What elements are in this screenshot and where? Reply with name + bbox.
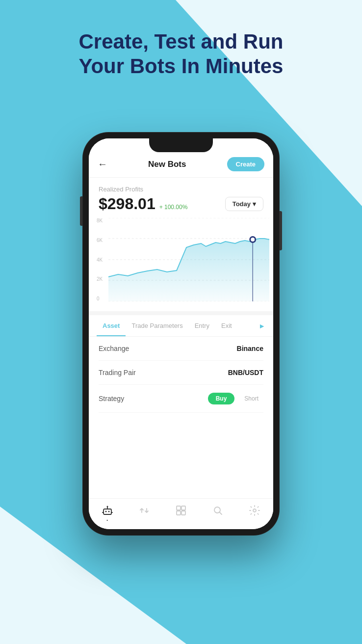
portfolio-icon	[175, 505, 187, 519]
chart-label-8k: 8K	[97, 218, 103, 223]
phone-body: ← New Bots Create Realized Profits $298.…	[83, 133, 279, 535]
chart-container: 8K 6K 4K 2K 0	[89, 213, 273, 311]
exchange-value: Binance	[237, 345, 263, 352]
profits-percent: + 100.00%	[159, 204, 188, 211]
tab-trade-parameters[interactable]: Trade Parameters	[126, 315, 188, 336]
chart-y-labels: 8K 6K 4K 2K 0	[97, 218, 103, 301]
bottom-nav	[89, 498, 273, 529]
form-section: Exchange Binance Trading Pair BNB/USDT S…	[89, 337, 273, 498]
profits-section: Realized Profits $298.01 + 100.00% Today…	[89, 178, 273, 213]
section-divider	[89, 311, 273, 315]
form-row-trading-pair: Trading Pair BNB/USDT	[99, 361, 263, 385]
svg-rect-18	[181, 511, 185, 515]
tab-entry[interactable]: Entry	[189, 315, 215, 336]
strategy-toggle: Buy Short	[208, 393, 263, 404]
svg-rect-8	[103, 509, 111, 514]
trading-pair-value: BNB/USDT	[228, 369, 263, 376]
profits-label: Realized Profits	[99, 186, 263, 193]
buy-toggle-button[interactable]: Buy	[208, 393, 235, 404]
create-button[interactable]: Create	[227, 157, 264, 171]
nav-item-search[interactable]	[212, 505, 224, 519]
chart-area	[108, 218, 269, 301]
phone-screen: ← New Bots Create Realized Profits $298.…	[89, 138, 273, 529]
hero-line1: Create, Test and Run	[79, 30, 284, 53]
tab-asset[interactable]: Asset	[97, 315, 126, 336]
settings-icon	[249, 505, 260, 519]
chart-label-6k: 6K	[97, 238, 103, 243]
svg-rect-15	[177, 506, 181, 510]
chart-label-0: 0	[97, 296, 103, 301]
nav-item-trade[interactable]	[138, 505, 150, 519]
search-icon	[212, 505, 224, 519]
hero-line2: Your Bots In Minutes	[79, 54, 284, 78]
svg-point-12	[106, 506, 108, 508]
period-selector[interactable]: Today ▾	[225, 197, 263, 211]
phone-device: ← New Bots Create Realized Profits $298.…	[83, 133, 279, 535]
period-arrow: ▾	[253, 200, 256, 208]
tabs-row: Asset Trade Parameters Entry Exit ►	[89, 315, 273, 337]
form-row-exchange: Exchange Binance	[99, 337, 263, 361]
screen-title: New Bots	[148, 160, 186, 169]
profits-amount: $298.01	[99, 195, 155, 213]
svg-point-21	[253, 509, 256, 512]
period-label: Today	[233, 200, 251, 208]
bots-icon	[102, 505, 113, 519]
svg-rect-17	[177, 511, 181, 515]
profits-row: $298.01 + 100.00% Today ▾	[99, 195, 263, 213]
trade-icon	[138, 505, 150, 519]
trading-pair-label: Trading Pair	[99, 369, 136, 376]
svg-rect-16	[181, 506, 185, 510]
svg-point-9	[105, 511, 106, 512]
hero-header: Create, Test and Run Your Bots In Minute…	[0, 29, 362, 79]
phone-notch	[149, 138, 213, 152]
tabs-scroll-right[interactable]: ►	[259, 322, 265, 330]
exchange-label: Exchange	[99, 345, 129, 352]
tab-exit[interactable]: Exit	[215, 315, 238, 336]
profits-amount-row: $298.01 + 100.00%	[99, 195, 187, 213]
nav-item-portfolio[interactable]	[175, 505, 187, 519]
nav-item-settings[interactable]	[249, 505, 260, 519]
svg-point-7	[251, 238, 255, 242]
chart-label-2k: 2K	[97, 276, 103, 282]
back-button[interactable]: ←	[98, 159, 107, 170]
app-content: ← New Bots Create Realized Profits $298.…	[89, 138, 273, 529]
svg-point-10	[108, 511, 109, 512]
form-row-strategy: Strategy Buy Short	[99, 385, 263, 413]
chart-label-4k: 4K	[97, 257, 103, 263]
strategy-label: Strategy	[99, 395, 124, 402]
short-toggle-button[interactable]: Short	[239, 393, 263, 404]
nav-item-bots[interactable]	[102, 505, 113, 519]
svg-line-20	[220, 512, 222, 515]
